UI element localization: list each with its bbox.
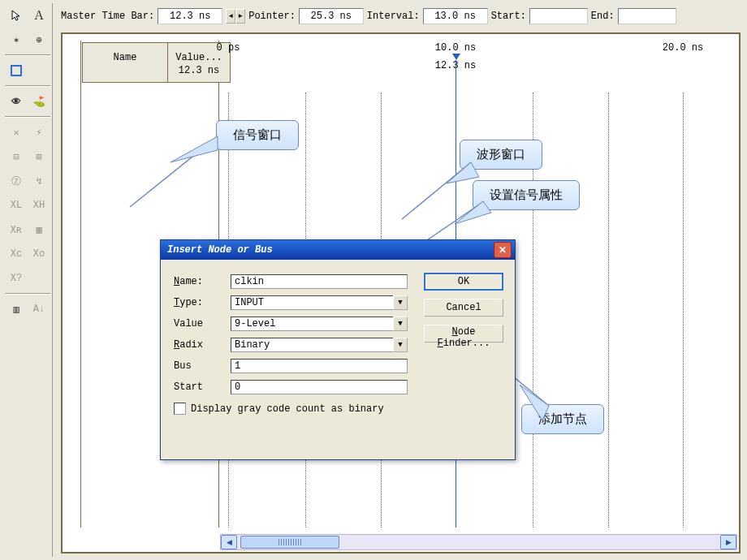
xq-icon[interactable]: X? — [6, 268, 26, 289]
scroll-left-icon[interactable]: ◀ — [221, 535, 237, 549]
xc-icon[interactable]: ✕ — [6, 122, 26, 143]
matrix-icon[interactable]: ▦ — [29, 219, 49, 240]
col-divider-1 — [80, 41, 81, 528]
chevron-down-icon[interactable]: ▼ — [393, 317, 408, 331]
value-col-line1: Value... — [175, 52, 222, 63]
xo-icon[interactable]: Xo — [29, 243, 49, 265]
search-icon[interactable]: 👁 — [6, 91, 26, 112]
callout-addnode: 添加节点 — [521, 404, 604, 434]
value-select[interactable]: ▼ — [231, 317, 408, 331]
value-label: Value — [174, 318, 231, 330]
cursor-icon[interactable] — [6, 5, 26, 26]
sort-icon[interactable]: A↓ — [29, 299, 49, 320]
spin-left-icon[interactable]: ◄ — [226, 9, 235, 24]
column-headers: Name Value... 12.3 ns — [82, 42, 231, 83]
pointer-label: Pointer: — [248, 11, 296, 22]
spark-icon[interactable]: ⚡ — [29, 122, 49, 143]
radix-label: Radix — [174, 339, 231, 351]
zoom-icon[interactable]: ⊕ — [29, 29, 49, 50]
type-label: Type: — [174, 297, 231, 308]
insert-node-dialog: Insert Node or Bus ✕ Name: Type: ▼ Value… — [160, 239, 516, 460]
type-select[interactable]: ▼ — [231, 295, 408, 310]
radix-select[interactable]: ▼ — [231, 338, 408, 352]
master-time-bar-label: Master Time Bar: — [61, 11, 154, 22]
ruler-tick-0: 0 ps — [217, 42, 240, 54]
group-in-icon[interactable]: ⊟ — [6, 146, 26, 167]
node-finder-button[interactable]: Node Finder... — [424, 325, 503, 342]
time-cursor-head-icon[interactable] — [452, 54, 460, 60]
display-gray-checkbox[interactable] — [174, 403, 186, 415]
swap-icon[interactable]: ✶ — [6, 29, 26, 50]
scroll-track[interactable] — [237, 536, 720, 549]
xr-icon[interactable]: Xʀ — [6, 219, 26, 240]
start-field[interactable] — [529, 8, 588, 24]
name-column-header[interactable]: Name — [83, 43, 168, 82]
grid-line — [608, 93, 609, 528]
xh-icon[interactable]: XH — [29, 195, 49, 216]
scroll-right-icon[interactable]: ▶ — [720, 535, 736, 549]
spin-right-icon[interactable]: ► — [235, 9, 245, 24]
ruler-tick-2: 20.0 ns — [663, 42, 703, 54]
z-icon[interactable]: ⓩ — [6, 170, 26, 192]
fullscreen-icon[interactable] — [6, 60, 26, 81]
spacer2-icon — [29, 268, 49, 289]
start-label: Start: — [491, 11, 526, 22]
end-label: End: — [591, 11, 615, 22]
callout-properties: 设置信号属性 — [473, 180, 580, 210]
dialog-titlebar[interactable]: Insert Node or Bus ✕ — [161, 240, 515, 260]
name-field[interactable] — [231, 274, 408, 289]
chevron-down-icon[interactable]: ▼ — [393, 295, 408, 310]
bus-label: Bus — [174, 360, 231, 372]
text-icon[interactable]: A — [29, 5, 49, 26]
master-time-bar-field[interactable]: 12.3 ns — [158, 8, 222, 24]
xw-icon[interactable]: ↯ — [29, 170, 49, 192]
dialog-title: Insert Node or Bus — [167, 244, 273, 256]
left-toolbar: A ✶ ⊕ 👁 ⛳ ✕⚡ ⊟⊞ ⓩ↯ XLXH Xʀ▦ XcXo X? ▥A↓ — [3, 3, 53, 557]
horizontal-scrollbar[interactable]: ◀ ▶ — [220, 534, 737, 550]
group-out-icon[interactable]: ⊞ — [29, 146, 49, 167]
interval-field: 13.0 ns — [423, 8, 488, 24]
value-value[interactable] — [231, 317, 393, 331]
dlg-start-field[interactable] — [231, 380, 408, 394]
xl-icon[interactable]: XL — [6, 195, 26, 216]
callout-signals: 信号窗口 — [216, 120, 299, 150]
name-label: Name: — [174, 276, 231, 287]
ok-button[interactable]: OK — [424, 273, 503, 291]
grid-icon[interactable]: ▥ — [6, 299, 26, 320]
close-icon[interactable]: ✕ — [494, 242, 512, 258]
callout-waveform: 波形窗口 — [460, 140, 542, 170]
spacer-icon — [29, 60, 49, 81]
cancel-button[interactable]: Cancel — [424, 299, 503, 317]
wave-random-icon[interactable]: ⛳ — [29, 91, 49, 112]
interval-label: Interval: — [367, 11, 420, 22]
type-value[interactable] — [231, 295, 393, 310]
info-bar: Master Time Bar: 12.3 ns ◄ ► Pointer: 25… — [61, 6, 741, 26]
dlg-start-label: Start — [174, 381, 231, 393]
time-ruler[interactable]: 0 ps 10.0 ns 20.0 ns 12.3 ns — [220, 42, 737, 91]
xc2-icon[interactable]: Xc — [6, 243, 26, 265]
spin-buttons: ◄ ► — [226, 9, 245, 24]
chevron-down-icon[interactable]: ▼ — [393, 338, 408, 352]
display-gray-label: Display gray code count as binary — [191, 403, 384, 415]
dialog-body: Name: Type: ▼ Value ▼ Radix ▼ Bus — [161, 260, 515, 429]
scroll-thumb[interactable] — [240, 536, 339, 549]
bus-field[interactable] — [231, 359, 408, 373]
dialog-button-column: OK Cancel Node Finder... — [424, 273, 503, 342]
value-col-line2: 12.3 ns — [179, 65, 219, 76]
pointer-field: 25.3 ns — [299, 8, 364, 24]
ruler-tick-1: 10.0 ns — [435, 42, 476, 54]
radix-value[interactable] — [231, 338, 393, 352]
end-field[interactable] — [618, 8, 676, 24]
grid-line — [683, 93, 684, 528]
